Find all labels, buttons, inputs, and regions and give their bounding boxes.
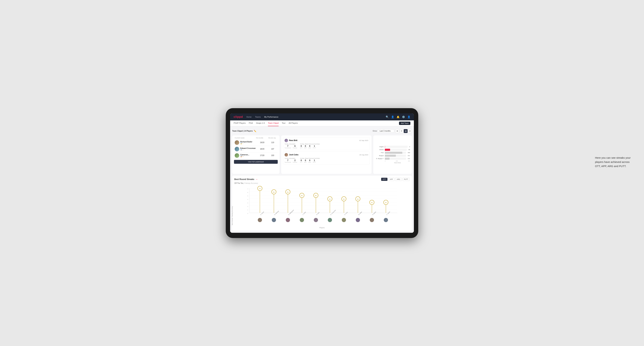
- player-name-label: E. Crossman: [330, 209, 336, 215]
- app-val: 0: [305, 159, 306, 162]
- player-name-label: J. Coles: [302, 211, 306, 215]
- nav-bar: clippd Home Teams My Performance 🔍 👤 🔔 ⚙…: [230, 113, 414, 120]
- player-name-label: E. Ewert: [260, 211, 264, 215]
- grid-view-btn[interactable]: ⊞: [395, 129, 399, 133]
- nav-my-performance[interactable]: My Performance: [264, 116, 278, 118]
- tab-pgat-players[interactable]: PGAT Players: [234, 120, 246, 126]
- annotation-text: Here you can see streaks your players ha…: [595, 156, 634, 168]
- tab-hcaps[interactable]: Hcaps 1-5: [256, 120, 265, 126]
- filter-arg-btn[interactable]: ARG: [395, 178, 402, 181]
- streaks-subtitle: Off The Tee, Fairway Accuracy: [234, 182, 410, 184]
- nav-home[interactable]: Home: [246, 116, 252, 118]
- practice-activities-label: Total Practice Activities: [300, 143, 320, 145]
- filter-putt-btn[interactable]: PUTT: [402, 178, 410, 181]
- streaks-filter: OTT APP ARG PUTT: [381, 178, 410, 181]
- streak-value: 6x: [273, 191, 275, 193]
- y-label: 1: [248, 209, 248, 211]
- card-date: 26 Aug 2023: [359, 154, 368, 156]
- bell-icon[interactable]: 🔔: [396, 116, 400, 118]
- bar-row-dbogeys: D. Bogeys + 131: [375, 158, 410, 160]
- view-full-leaderboard-button[interactable]: View Full Leaderboard: [234, 160, 278, 164]
- leaderboard-panel: PLAYER NAME PB SCORE PB AVG SQ Richard B…: [232, 135, 280, 174]
- nav-teams[interactable]: Teams: [255, 116, 260, 118]
- tournament-val: 7: [287, 159, 288, 162]
- chart-x-axis: 0 200 400: [375, 161, 410, 162]
- tab-pga[interactable]: PGA: [249, 120, 253, 126]
- bar-label: Pars: [375, 152, 384, 154]
- profile-icon[interactable]: 👤: [391, 116, 394, 118]
- bar-chart-panel: Eagles 3 Birdies: [373, 135, 412, 174]
- ott-val: 0: [301, 159, 302, 162]
- arrow-left-icon: ←: [256, 178, 258, 181]
- bar-row-eagles: Eagles 3: [375, 146, 410, 148]
- add-team-button[interactable]: Add Team: [399, 122, 410, 125]
- col-pb-avg: PB AVG SQ: [268, 137, 277, 139]
- app-val: 0: [305, 145, 306, 147]
- putt-stat: 1 PUTT: [313, 145, 316, 149]
- settings-icon[interactable]: ⚙️: [402, 116, 405, 118]
- avatar: [235, 140, 239, 145]
- toolbar-right: Show Last 3 months Last 6 months Last ye…: [372, 129, 412, 133]
- card-header: Rees Britt 02 Sep 2023: [284, 139, 368, 142]
- col-player-name: PLAYER NAME: [235, 137, 256, 139]
- bar-row-pars: Pars 499: [375, 152, 410, 154]
- arg-stat: 0 ARG: [308, 145, 311, 149]
- list-view-btn[interactable]: ☰: [400, 129, 404, 133]
- bar-row-bogeys: Bogeys 311: [375, 155, 410, 157]
- practice-activities-label: Total Practice Activities: [300, 158, 320, 159]
- bar-fill: [385, 146, 385, 148]
- player-name-label: D. Ford: [344, 211, 348, 215]
- table-row: Richard Butler 🏅 1 19/20 110: [234, 140, 278, 146]
- tournament-stat: 7 Tournament: [284, 145, 291, 149]
- player-name-label: M. Millar: [358, 211, 362, 215]
- arg-label: ARG: [308, 162, 311, 163]
- search-icon[interactable]: 🔍: [386, 116, 389, 118]
- rounds-sub-row: 7 Tournament 2 Practice: [284, 159, 297, 163]
- user-avatar-icon[interactable]: 👤: [408, 116, 410, 118]
- tournament-val: 7: [287, 145, 288, 147]
- col-headers: PLAYER NAME PB SCORE PB AVG SQ: [234, 137, 278, 139]
- practice-val: 6: [294, 145, 296, 147]
- tab-tour[interactable]: Tour: [282, 120, 286, 126]
- period-select[interactable]: Last 3 months Last 6 months Last year: [378, 129, 394, 133]
- putt-val: 1: [314, 159, 315, 162]
- tab-all-players[interactable]: All Players: [289, 120, 298, 126]
- app-stat: 0 APP: [304, 159, 306, 163]
- y-label: 6: [248, 192, 248, 193]
- bar-value: 96: [408, 149, 410, 151]
- activities-sub-row: 0 OTT 0 APP 0 ARG: [300, 145, 320, 149]
- player-avatar-small: [384, 218, 388, 222]
- streaks-chart: 7 6 5 4 3 2 1 0: [234, 186, 410, 217]
- total-rounds-group: Total Rounds 7 Tournament 2 Practice: [284, 158, 297, 163]
- ott-stat: 0 OTT: [300, 159, 302, 163]
- card-view-btn[interactable]: ▤: [404, 129, 408, 133]
- table-view-btn[interactable]: ⊟: [408, 129, 412, 133]
- player-card: Rees Britt 02 Sep 2023 Total Rounds 7: [283, 137, 370, 150]
- player-avatar-small: [314, 218, 318, 222]
- player-avatar-small: [370, 218, 374, 222]
- ott-val: 0: [301, 145, 302, 147]
- player-name: Richard Butler: [240, 141, 252, 143]
- player-card: Josh Coles 26 Aug 2023 Total Rounds 7: [283, 152, 370, 165]
- arg-val: 0: [309, 159, 310, 162]
- tab-team-clippd[interactable]: Team Clippd: [268, 120, 278, 126]
- streak-value: 4x: [343, 198, 345, 200]
- toolbar-left: Team Clippd | 14 Players ✏️: [232, 130, 256, 132]
- streak-value: 6x: [287, 191, 289, 193]
- player-info: Richard Butler 🏅 1: [235, 140, 256, 145]
- player-name-label: C. Quick: [386, 211, 390, 215]
- streaks-section: Best Round Streaks ← OTT APP ARG PUTT Of…: [232, 176, 412, 231]
- edit-icon[interactable]: ✏️: [254, 130, 256, 132]
- card-header: Josh Coles 26 Aug 2023: [284, 153, 368, 157]
- filter-ott-btn[interactable]: OTT: [381, 178, 388, 181]
- filter-app-btn[interactable]: APP: [388, 178, 394, 181]
- player-info: Edward Crossman 🥈 2: [235, 147, 256, 151]
- y-label: 7: [248, 188, 248, 190]
- bar-track: [385, 152, 406, 154]
- practice-activities-group: Total Practice Activities 0 OTT 0 APP: [300, 143, 320, 149]
- card-player-name: Rees Britt: [284, 139, 297, 142]
- streak-value: 4x: [329, 198, 331, 200]
- bar-fill: [385, 149, 390, 151]
- practice-stat: 6 Practice: [293, 145, 297, 149]
- y-axis-label: Best Streak, Fairway Accuracy: [232, 206, 233, 225]
